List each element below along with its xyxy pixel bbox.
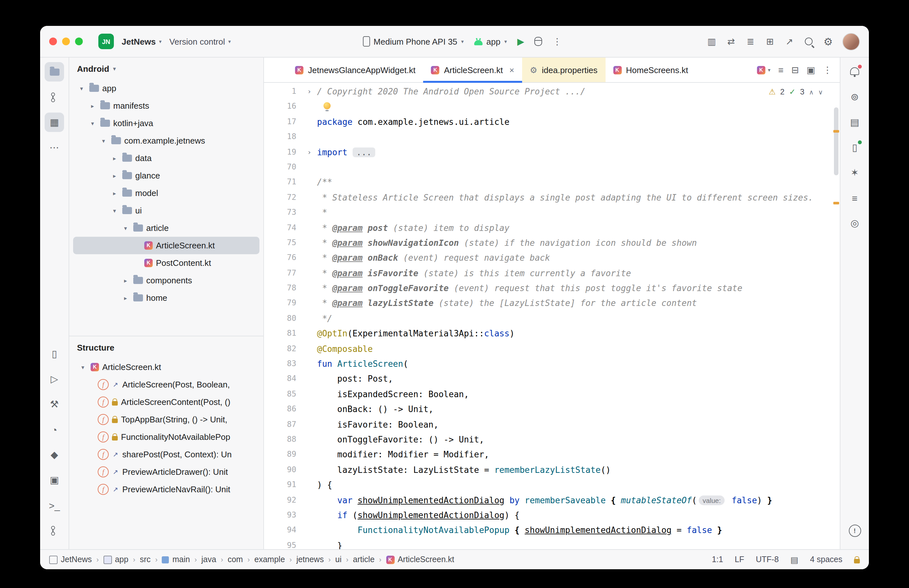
readonly-lock-icon[interactable] [854,556,860,563]
fold-chevron-icon[interactable]: › [302,145,317,160]
running-devices-icon[interactable]: ▯ [845,138,864,157]
code-line[interactable]: 17package com.example.jetnews.ui.article [264,115,840,130]
chevron-right-icon[interactable]: ▸ [110,172,119,179]
code-line[interactable]: 80 */ [264,311,840,326]
tree-item-home[interactable]: ▸home [73,289,260,307]
resource-manager-icon[interactable]: ▦ [45,113,64,132]
breadcrumb-item-article[interactable]: article [353,555,375,564]
code-line[interactable]: 70 [264,160,840,175]
terminal-icon[interactable]: >_ [45,496,64,515]
code-editor[interactable]: 1›/ Copyright 2020 The Android Open Sour… [264,83,840,549]
code-line[interactable]: 78 * @param onToggleFavorite (event) req… [264,281,840,296]
breadcrumb-item-java[interactable]: java [202,555,216,564]
encoding[interactable]: UTF-8 [756,555,779,564]
tree-item-components[interactable]: ▸components [73,272,260,289]
project-menu[interactable]: JetNews ▾ [122,37,162,46]
close-icon[interactable]: × [510,65,514,75]
editor-list-icon[interactable]: ≡ [778,65,783,75]
project-view-header[interactable]: Android ▾ [69,58,263,79]
tree-item-postcontent-kt[interactable]: KPostContent.kt [73,254,260,272]
code-line[interactable]: 95 } [264,538,840,549]
intention-bulb-icon[interactable] [323,103,331,110]
breadcrumb-item-jetnews[interactable]: JetNews [49,555,92,564]
run-icon[interactable]: ▷ [45,369,64,389]
breadcrumb-item-com[interactable]: com [228,555,243,564]
tree-item-glance[interactable]: ▸glance [73,167,260,184]
code-line[interactable]: 85 isExpandedScreen: Boolean, [264,387,840,402]
indent-config[interactable]: 4 spaces [810,555,842,564]
tree-item-article[interactable]: ▾article [73,219,260,237]
tab-homescreens-kt[interactable]: KHomeScreens.kt [605,58,696,82]
code-line[interactable]: 92 var showUnimplementedActionDialog by … [264,493,840,508]
chevron-down-icon[interactable]: ▾ [99,137,108,144]
previous-problem-button[interactable]: ∧ [809,88,814,95]
code-line[interactable]: 93 if (showUnimplementedActionDialog) { [264,508,840,523]
code-line[interactable]: 76 * @param onBack (event) request navig… [264,250,840,266]
device-manager-icon[interactable]: ▯ [45,344,64,363]
project-icon[interactable] [45,62,64,81]
structure-item[interactable]: fTopAppBar(String, () -> Unit, [73,411,260,428]
structure-item[interactable]: f↗PreviewArticleDrawer(): Unit [73,463,260,481]
breadcrumb-item-jetnews[interactable]: jetnews [296,555,324,564]
run-button[interactable]: ▶ [517,36,525,47]
git-icon[interactable] [45,521,64,540]
warning-stripe-mark[interactable] [833,130,839,132]
code-line[interactable]: 86 onBack: () -> Unit, [264,402,840,417]
chevron-down-icon[interactable]: ▾ [110,207,119,214]
chevron-down-icon[interactable]: ▾ [78,364,87,370]
structure-item[interactable]: fFunctionalityNotAvailablePop [73,428,260,446]
search-everywhere-button[interactable] [800,33,817,50]
tab-articlescreen-kt[interactable]: KArticleScreen.kt× [423,58,522,82]
reader-mode-icon[interactable]: ▤ [790,555,798,564]
logcat-icon[interactable]: ≡ [845,188,864,208]
structure-item[interactable]: f↗sharePost(Post, Context): Un [73,446,260,463]
inspection-widget[interactable]: ⚠ 2 ✓ 3 ∧ ∨ [766,86,825,98]
code-line[interactable]: 79 * @param lazyListState (state) the [L… [264,296,840,311]
run-configuration-selector[interactable]: app ▾ [474,37,507,46]
problems-icon[interactable]: ! [845,521,864,540]
breadcrumb-item-ui[interactable]: ui [335,555,341,564]
code-line[interactable]: 72 * Stateless Article Screen that displ… [264,190,840,205]
hidden-tabs-button[interactable]: K▾ [757,66,770,74]
code-line[interactable]: 91) { [264,477,840,493]
code-line[interactable]: 84 post: Post, [264,372,840,387]
settings-button[interactable]: ⚙ [820,33,836,50]
version-control-icon[interactable] [45,87,64,107]
zoom-window-button[interactable] [75,37,83,45]
minimize-window-button[interactable] [62,37,70,45]
code-line[interactable]: 71/** [264,175,840,190]
code-line[interactable]: 1›/ Copyright 2020 The Android Open Sour… [264,84,840,99]
tree-item-manifests[interactable]: ▸manifests [73,97,260,115]
gradle-icon[interactable]: ⊚ [845,87,864,107]
preview-icon[interactable]: ▣ [807,65,815,75]
version-control-menu[interactable]: Version control ▾ [170,37,231,46]
code-line[interactable]: 75 * @param showNavigationIcon (state) i… [264,236,840,250]
close-window-button[interactable] [49,37,57,45]
code-line[interactable]: 89 modifier: Modifier = Modifier, [264,447,840,462]
chevron-down-icon[interactable]: ▾ [121,225,130,231]
chevron-right-icon[interactable]: ▸ [110,155,119,162]
code-line[interactable]: 81@OptIn(ExperimentalMaterial3Api::class… [264,326,840,342]
chevron-down-icon[interactable]: ▾ [77,85,86,92]
editor-more-icon[interactable]: ⋮ [823,65,832,75]
layout-validation-icon[interactable]: ▥ [703,33,720,50]
scrollbar-thumb[interactable] [834,107,838,175]
tab-idea-properties[interactable]: ⚙idea.properties [522,58,605,82]
more-tool-windows-icon[interactable]: ⋯ [45,138,64,157]
code-line[interactable]: 73 * [264,205,840,220]
warning-stripe-mark[interactable] [833,202,839,204]
tab-jetnewsglanceappwidget-kt[interactable]: KJetnewsGlanceAppWidget.kt [287,58,423,82]
device-explorer-icon[interactable]: ▤ [845,113,864,132]
tree-item-com-example-jetnews[interactable]: ▾com.example.jetnews [73,132,260,149]
chevron-right-icon[interactable]: ▸ [110,190,119,196]
breadcrumb-item-example[interactable]: example [254,555,285,564]
tree-item-data[interactable]: ▸data [73,149,260,167]
structure-item[interactable]: fArticleScreenContent(Post, () [73,393,260,411]
chevron-down-icon[interactable]: ▾ [88,120,97,126]
code-line[interactable]: 83fun ArticleScreen( [264,356,840,372]
caret-position[interactable]: 1:1 [712,555,723,564]
user-avatar[interactable] [842,33,860,50]
tree-item-ui[interactable]: ▾ui [73,202,260,219]
code-line[interactable]: 90 lazyListState: LazyListState = rememb… [264,462,840,478]
debug-button[interactable] [535,37,542,46]
